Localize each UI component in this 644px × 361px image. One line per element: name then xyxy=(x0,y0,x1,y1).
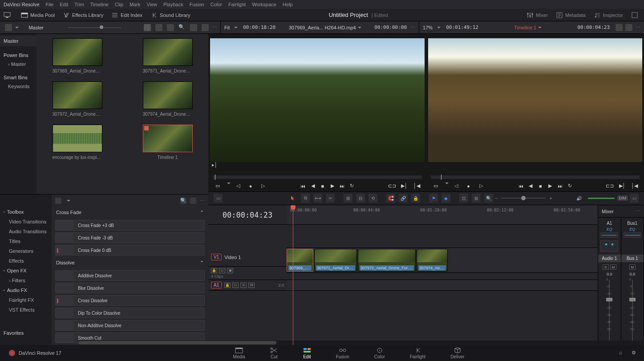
list-view-icon[interactable] xyxy=(167,24,174,31)
dynamic-trim-icon[interactable]: ⟷ xyxy=(313,194,322,203)
layout-icon[interactable] xyxy=(5,24,12,31)
fx-favorites[interactable]: Favorites xyxy=(0,328,52,338)
media-pool-button[interactable]: Media Pool xyxy=(21,12,55,19)
timeline-view-icon[interactable]: ▭ xyxy=(214,194,223,203)
page-edit[interactable]: Edit xyxy=(300,346,315,360)
match-frame-icon[interactable]: ▭ xyxy=(213,183,223,190)
search-icon[interactable]: 🔍 xyxy=(178,24,186,31)
blade-tool-icon[interactable]: ✂ xyxy=(326,194,335,203)
fx-toolbox[interactable]: Toolbox xyxy=(0,207,52,217)
menu-fusion[interactable]: Fusion xyxy=(190,2,204,7)
zoom-fit-icon[interactable]: ⊡ xyxy=(459,194,468,203)
tl-insert-icon[interactable]: ⊏⊐ xyxy=(605,183,615,190)
tl-overwrite-icon[interactable]: ▶│ xyxy=(617,183,627,190)
power-bins-header[interactable]: Power Bins xyxy=(0,46,36,60)
track-badge-a1[interactable]: A1 xyxy=(211,282,222,288)
fx-generators[interactable]: Generators xyxy=(0,246,52,256)
menu-playback[interactable]: Playback xyxy=(163,2,183,7)
monitor-icon[interactable] xyxy=(4,12,13,19)
audio-lock-icon[interactable]: 🔒 xyxy=(224,283,231,288)
fx-audio-transitions[interactable]: Audio Transitions xyxy=(0,227,52,236)
fx-filters[interactable]: › Filters xyxy=(0,276,52,285)
page-cut[interactable]: Cut xyxy=(267,346,282,360)
clip-thumb[interactable]: 307971_Aerial_Drone_Fores... xyxy=(131,38,204,73)
trim-tool-icon[interactable]: ⧉ xyxy=(301,194,310,203)
fx-entry[interactable]: Cross Fade +3 dB xyxy=(55,220,205,231)
fx-entry[interactable]: Cross Fade -3 dB xyxy=(55,232,205,243)
sort-icon[interactable] xyxy=(190,24,197,31)
home-icon[interactable]: ⌂ xyxy=(619,350,625,356)
fx-entry[interactable]: Blur Dissolve xyxy=(55,283,205,293)
fx-category-dissolve[interactable]: Dissolve⌃ xyxy=(52,257,208,268)
audio-track-lane[interactable] xyxy=(287,280,598,291)
dim-button[interactable]: DIM xyxy=(617,195,628,201)
fx-entry[interactable]: Cross Fade 0 dB xyxy=(55,245,205,256)
fx-entry[interactable]: Cross Dissolve xyxy=(55,295,205,306)
fullscreen-icon[interactable] xyxy=(631,12,640,19)
snapping-icon[interactable]: 🧲 xyxy=(386,194,395,203)
sound-library-button[interactable]: Sound Library xyxy=(150,12,190,19)
tl-play-icon[interactable]: ▶ xyxy=(545,183,555,190)
metadata-button[interactable]: Metadata xyxy=(556,12,586,19)
bypass-icon[interactable] xyxy=(616,24,623,31)
edit-index-button[interactable]: Edit Index xyxy=(111,12,142,19)
replace-clip-icon[interactable]: ⟲ xyxy=(369,194,377,203)
eq-graph[interactable] xyxy=(624,232,641,238)
track-enable-icon[interactable]: ◉ xyxy=(227,268,233,273)
filter-icon[interactable] xyxy=(202,24,209,31)
menu-color[interactable]: Color xyxy=(211,2,222,7)
menu-help[interactable]: Help xyxy=(283,2,293,7)
playhead[interactable] xyxy=(293,205,293,345)
fx-search-icon[interactable]: 🔍 xyxy=(180,198,186,204)
tl-stop-icon[interactable]: ■ xyxy=(535,183,545,190)
menu-edit[interactable]: Edit xyxy=(60,2,68,7)
source-viewer-image[interactable] xyxy=(210,38,425,162)
next-frame-icon[interactable]: ⏭ xyxy=(337,183,347,190)
replace-icon[interactable]: │◀ xyxy=(412,183,422,190)
timeline-body[interactable]: 00:00:00:00 00:00:44:00 00:01:28:00 00:0… xyxy=(287,205,598,345)
tl-mark-out-icon[interactable]: ▷ xyxy=(476,183,486,190)
mark-out-icon[interactable]: ▷ xyxy=(258,183,268,190)
inspector-button[interactable]: Inspector xyxy=(594,12,623,19)
insert-clip-icon[interactable]: ⊞ xyxy=(344,194,352,203)
track-auto-icon[interactable]: ▭ xyxy=(219,268,225,273)
timeline-scrub-bar[interactable] xyxy=(431,175,640,179)
settings-icon[interactable]: ⚙ xyxy=(632,350,638,356)
clip-thumb[interactable]: 307969_Aerial_Drone_Fores... xyxy=(41,38,113,73)
bin-label[interactable]: Master xyxy=(28,25,44,30)
clip-thumb[interactable]: 307972_Aerial_Drone_Fores... xyxy=(41,81,113,117)
flag-icon[interactable]: ⚑ xyxy=(429,194,438,203)
fx-titles[interactable]: Titles xyxy=(0,236,52,246)
tl-mark-in-icon[interactable]: ◁ xyxy=(451,183,461,190)
tl-prev-frame-icon[interactable]: ◀ xyxy=(526,183,535,190)
clip-thumb[interactable]: 307974_Aerial_Drone_Fores... xyxy=(131,81,204,117)
audio-arm-icon[interactable]: ▭ xyxy=(232,283,239,288)
video-track-header[interactable]: V1 Video 1 xyxy=(208,248,287,267)
volume-icon[interactable]: 🔊 xyxy=(575,194,583,203)
fx-entry[interactable]: Additive Dissolve xyxy=(55,270,205,281)
mark-dot-icon[interactable]: ● xyxy=(246,183,255,190)
timeline-options-icon[interactable]: ▭ xyxy=(630,194,639,203)
volume-slider[interactable] xyxy=(588,198,615,199)
insert-icon[interactable]: ⊏⊐ xyxy=(387,183,397,190)
zoom-slider[interactable] xyxy=(501,198,546,199)
menu-app[interactable]: DaVinci Resolve xyxy=(4,2,40,7)
menu-trim[interactable]: Trim xyxy=(74,2,84,7)
timeline-scrollbar[interactable] xyxy=(78,341,644,345)
smart-bins-header[interactable]: Smart Bins xyxy=(0,69,36,82)
single-viewer-icon[interactable] xyxy=(625,24,632,31)
effects-library-button[interactable]: Effects Library xyxy=(63,12,103,19)
tl-loop-icon[interactable]: ↻ xyxy=(565,183,575,190)
video-track-lane[interactable]: 307969_Aeri... 307971_Aerial_Drone_... 3… xyxy=(287,248,598,273)
audio-mute-icon[interactable]: M xyxy=(248,283,255,288)
mute-button[interactable]: M xyxy=(629,264,636,270)
fx-layout-icon[interactable] xyxy=(55,198,61,204)
overwrite-icon[interactable]: ▶│ xyxy=(400,183,409,190)
clip-thumb-audio[interactable]: encourage by lux-inspira Ar... xyxy=(41,125,113,160)
source-scrub-bar[interactable] xyxy=(213,175,422,179)
timeline-timecode[interactable]: 00:00:04:23 xyxy=(208,205,287,225)
power-bin-master[interactable]: › Master xyxy=(0,60,36,69)
selection-tool-icon[interactable] xyxy=(288,194,297,203)
mute-button[interactable]: M xyxy=(610,264,616,270)
fx-video-transitions[interactable]: Video Transitions xyxy=(0,217,52,227)
